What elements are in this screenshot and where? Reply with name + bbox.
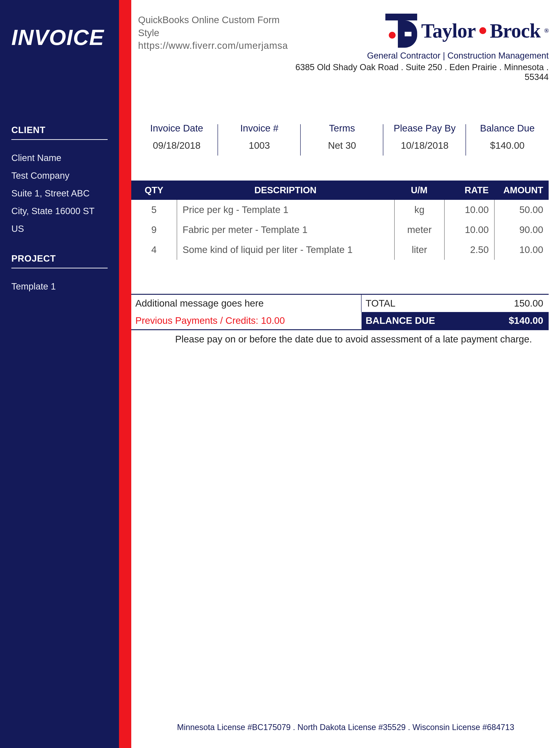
project-name: Template 1 [11, 278, 108, 295]
header-line1: QuickBooks Online Custom Form Style [138, 14, 288, 39]
meta-value: 09/18/2018 [138, 140, 216, 151]
col-qty: QTY [131, 181, 177, 200]
table-header: QTY DESCRIPTION U/M RATE AMOUNT [131, 181, 549, 200]
client-heading: CLIENT [11, 125, 108, 140]
cell-um: liter [394, 240, 444, 260]
meta-label: Terms [303, 123, 381, 134]
client-street: Suite 1, Street ABC [11, 184, 108, 202]
additional-message: Additional message goes here [131, 295, 361, 312]
cell-rate: 10.00 [444, 220, 494, 240]
cell-um: kg [394, 200, 444, 220]
balance-label: BALANCE DUE [361, 312, 465, 329]
cell-rate: 10.00 [444, 200, 494, 220]
col-um: U/M [394, 181, 444, 200]
dot-icon [480, 27, 486, 34]
header-note: QuickBooks Online Custom Form Style http… [138, 14, 288, 52]
brand-address: 6385 Old Shady Oak Road . Suite 250 . Ed… [288, 63, 549, 82]
totals-block: Additional message goes here TOTAL 150.0… [131, 294, 549, 330]
footer-licenses: Minnesota License #BC175079 . North Dako… [131, 723, 560, 732]
cell-qty: 5 [131, 200, 177, 220]
header: QuickBooks Online Custom Form Style http… [131, 0, 560, 82]
total-value: 150.00 [465, 295, 549, 312]
cell-amount: 10.00 [494, 240, 549, 260]
meta-terms: Terms Net 30 [301, 123, 383, 156]
cell-amount: 90.00 [494, 220, 549, 240]
header-line2: https://www.fiverr.com/umerjamsa [138, 39, 288, 52]
meta-label: Invoice # [220, 123, 298, 134]
cell-um: meter [394, 220, 444, 240]
col-rate: RATE [444, 181, 494, 200]
meta-invoice-date: Invoice Date 09/18/2018 [135, 123, 218, 156]
meta-value: 1003 [220, 140, 298, 151]
sidebar: INVOICE CLIENT Client Name Test Company … [0, 0, 119, 748]
main-content: QuickBooks Online Custom Form Style http… [131, 0, 560, 748]
document-title: INVOICE [0, 0, 119, 50]
cell-qty: 9 [131, 220, 177, 240]
brand-part2: Brock [490, 19, 540, 42]
payment-note: Please pay on or before the date due to … [159, 334, 549, 345]
cell-rate: 2.50 [444, 240, 494, 260]
meta-value: 10/18/2018 [386, 140, 464, 151]
client-name: Client Name [11, 149, 108, 167]
brand-text: Taylor Brock® [421, 19, 549, 42]
brand-logo: Taylor Brock® [288, 14, 549, 48]
col-desc: DESCRIPTION [177, 181, 394, 200]
invoice-meta: Invoice Date 09/18/2018 Invoice # 1003 T… [135, 123, 549, 156]
total-row: Additional message goes here TOTAL 150.0… [131, 295, 549, 312]
brand-block: Taylor Brock® General Contractor | Const… [288, 14, 549, 82]
cell-qty: 4 [131, 240, 177, 260]
items-table: QTY DESCRIPTION U/M RATE AMOUNT 5 Price … [131, 181, 549, 260]
meta-label: Balance Due [468, 123, 546, 134]
table-row: 9 Fabric per meter - Template 1 meter 10… [131, 220, 549, 240]
registered-icon: ® [544, 27, 549, 34]
balance-row: Previous Payments / Credits: 10.00 BALAN… [131, 312, 549, 330]
col-amount: AMOUNT [494, 181, 549, 200]
sidebar-accent [119, 0, 131, 748]
client-company: Test Company [11, 167, 108, 184]
brand-part1: Taylor [421, 19, 476, 42]
brand-tagline: General Contractor | Construction Manage… [288, 51, 549, 61]
cell-amount: 50.00 [494, 200, 549, 220]
meta-value: $140.00 [468, 140, 546, 151]
balance-value: $140.00 [465, 312, 549, 329]
cell-desc: Fabric per meter - Template 1 [177, 220, 394, 240]
table-row: 4 Some kind of liquid per liter - Templa… [131, 240, 549, 260]
client-city: City, State 16000 ST US [11, 202, 108, 237]
meta-invoice-number: Invoice # 1003 [218, 123, 301, 156]
table-row: 5 Price per kg - Template 1 kg 10.00 50.… [131, 200, 549, 220]
meta-balance-due: Balance Due $140.00 [466, 123, 549, 156]
cell-desc: Price per kg - Template 1 [177, 200, 394, 220]
meta-label: Please Pay By [386, 123, 464, 134]
credits-text: Previous Payments / Credits: 10.00 [131, 312, 361, 329]
meta-value: Net 30 [303, 140, 381, 151]
table-body: 5 Price per kg - Template 1 kg 10.00 50.… [131, 200, 549, 260]
cell-desc: Some kind of liquid per liter - Template… [177, 240, 394, 260]
meta-label: Invoice Date [138, 123, 216, 134]
total-label: TOTAL [361, 295, 465, 312]
tb-icon [386, 14, 417, 48]
project-heading: PROJECT [11, 253, 108, 268]
meta-pay-by: Please Pay By 10/18/2018 [383, 123, 466, 156]
